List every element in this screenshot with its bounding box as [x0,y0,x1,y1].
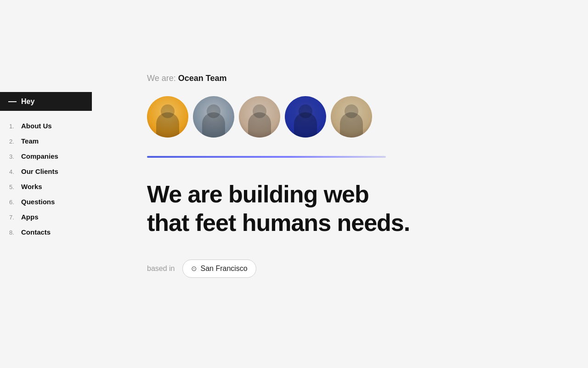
avatar-5 [331,96,372,138]
sidebar-item-apps[interactable]: 7. Apps [4,209,92,224]
headline-line-1: We are building web [147,181,369,207]
sidebar-item-contacts[interactable]: 8. Contacts [4,224,92,240]
sidebar-item-label-questions: Questions [21,198,55,206]
sidebar-item-our-clients[interactable]: 4. Our Clients [4,164,92,179]
sidebar-item-label-about-us: About Us [21,122,52,130]
nav-number-7: 7. [9,214,17,221]
dash-icon: — [8,97,17,106]
location-badge[interactable]: ⊙ San Francisco [182,259,256,278]
location-row: based in ⊙ San Francisco [147,259,551,278]
sidebar: — Hey 1. About Us 2. Team 3. Companies 4… [0,0,92,368]
sidebar-item-team[interactable]: 2. Team [4,133,92,149]
nav-number-4: 4. [9,168,17,175]
sidebar-item-label-companies: Companies [21,152,58,160]
team-intro: We are: Ocean Team [147,74,551,83]
nav-number-2: 2. [9,138,17,145]
nav-number-1: 1. [9,123,17,130]
sidebar-item-works[interactable]: 5. Works [4,179,92,194]
avatar-4 [285,96,326,138]
avatar-3 [239,96,280,138]
location-pin-icon: ⊙ [191,264,197,273]
hey-label: Hey [21,98,34,106]
main-headline: We are building web that feet humans nee… [147,180,551,237]
nav-list: 1. About Us 2. Team 3. Companies 4. Our … [0,118,92,240]
nav-number-5: 5. [9,184,17,190]
sidebar-item-about-us[interactable]: 1. About Us [4,118,92,133]
sidebar-item-label-our-clients: Our Clients [21,167,58,175]
avatars-row [147,96,551,138]
nav-number-6: 6. [9,199,17,206]
sidebar-item-companies[interactable]: 3. Companies [4,149,92,164]
team-name: Ocean Team [178,74,227,83]
hey-button[interactable]: — Hey [0,92,92,111]
sidebar-item-label-apps: Apps [21,213,39,221]
avatar-2 [193,96,234,138]
location-text: San Francisco [201,264,248,273]
sidebar-item-label-contacts: Contacts [21,228,51,236]
sidebar-item-label-works: Works [21,183,42,190]
headline-line-2: that feet humans needs. [147,209,410,236]
nav-number-3: 3. [9,153,17,160]
sidebar-item-label-team: Team [21,137,39,145]
team-intro-prefix: We are: [147,74,176,83]
nav-number-8: 8. [9,229,17,236]
sidebar-item-questions[interactable]: 6. Questions [4,194,92,209]
avatar-1 [147,96,188,138]
based-in-label: based in [147,264,175,273]
main-content: We are: Ocean Team We are building web t… [92,0,588,368]
progress-bar [147,156,386,158]
